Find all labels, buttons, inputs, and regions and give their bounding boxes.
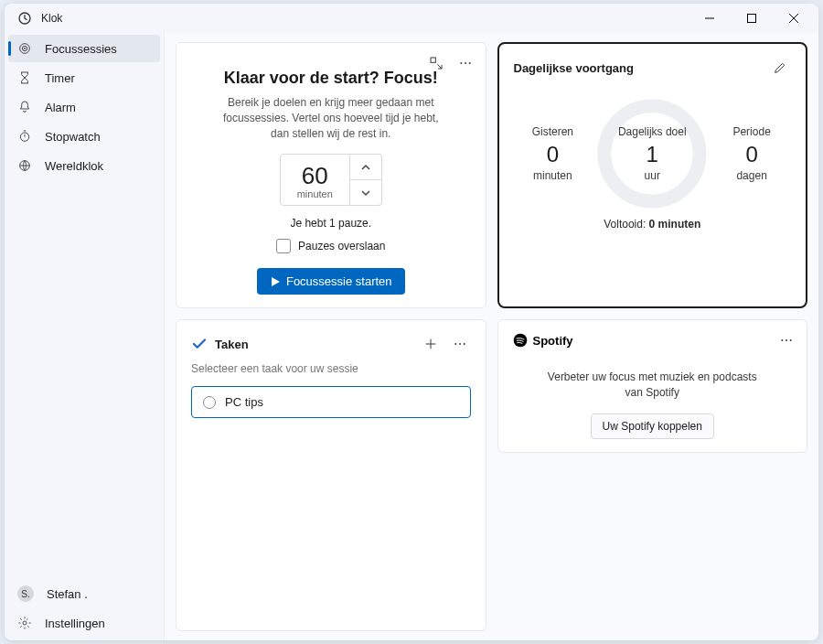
tasks-subtitle: Selecteer een taak voor uw sessie (191, 362, 471, 375)
edit-goal-button[interactable] (769, 57, 791, 79)
nav-focus-sessions[interactable]: Focussessies (8, 35, 160, 62)
minutes-unit: minuten (297, 188, 333, 199)
spotify-description: Verbeter uw focus met muziek en podcasts… (540, 370, 765, 401)
compact-view-button[interactable] (425, 52, 447, 74)
decrement-button[interactable] (350, 180, 381, 206)
window-title: Klok (41, 12, 689, 25)
tasks-card: Taken Selecteer een taak voor uw sessie … (176, 319, 486, 631)
minimize-button[interactable] (689, 4, 731, 33)
app-icon (17, 11, 32, 26)
stat-yesterday: Gisteren 0 minuten (518, 125, 589, 182)
svg-point-15 (790, 339, 792, 341)
svg-rect-8 (431, 58, 435, 62)
add-task-button[interactable] (420, 333, 442, 355)
minutes-spinner[interactable]: 60 minuten (191, 154, 471, 206)
more-options-button[interactable] (454, 52, 476, 74)
gear-icon (17, 616, 32, 630)
daily-progress-card: Dagelijkse voortgang Gisteren 0 minuten (497, 42, 808, 308)
nav-alarm[interactable]: Alarm (8, 93, 160, 121)
close-button[interactable] (773, 4, 815, 33)
tasks-more-button[interactable] (449, 333, 471, 355)
nav-label: Timer (45, 71, 75, 85)
svg-point-19 (463, 343, 465, 345)
focus-subtitle: Bereik je doelen en krijg meer gedaan me… (219, 95, 444, 141)
svg-rect-1 (748, 15, 756, 23)
avatar: S. (17, 585, 34, 602)
nav-label: Stopwatch (45, 130, 101, 144)
nav-settings[interactable]: Instellingen (8, 609, 160, 637)
stopwatch-icon (17, 129, 32, 144)
nav-label: Instellingen (45, 617, 105, 630)
skip-breaks-label: Pauzes overslaan (298, 240, 385, 252)
tasks-title: Taken (215, 338, 249, 351)
start-button-label: Focussessie starten (286, 274, 392, 288)
svg-point-14 (786, 339, 787, 341)
svg-point-18 (459, 343, 461, 345)
target-icon (17, 41, 32, 56)
spotify-card: Spotify Verbeter uw focus met muziek en … (497, 319, 808, 453)
svg-point-4 (24, 48, 26, 49)
spotify-more-button[interactable] (775, 329, 797, 351)
start-focus-button[interactable]: Focussessie starten (257, 268, 405, 295)
content-area: Klaar voor de start? Focus! Bereik je do… (165, 33, 818, 640)
hourglass-icon (17, 70, 32, 85)
pause-info-text: Je hebt 1 pauze. (191, 217, 471, 230)
app-window: Klok Focussessies Timer Alarm (5, 4, 818, 640)
goal-progress-ring: Dagelijks doel 1 uur (595, 97, 709, 210)
task-item[interactable]: PC tips (191, 386, 471, 418)
svg-point-7 (23, 621, 27, 625)
task-complete-radio[interactable] (203, 396, 216, 409)
play-icon (270, 276, 281, 287)
increment-button[interactable] (350, 155, 381, 180)
nav-timer[interactable]: Timer (8, 64, 160, 91)
svg-point-9 (460, 62, 462, 64)
focus-card: Klaar voor de start? Focus! Bereik je do… (176, 42, 486, 308)
link-spotify-button[interactable]: Uw Spotify koppelen (591, 413, 714, 439)
task-label: PC tips (225, 395, 263, 409)
nav-world-clock[interactable]: Wereldklok (8, 152, 160, 179)
bell-icon (17, 100, 32, 114)
nav-stopwatch[interactable]: Stopwatch (8, 123, 160, 150)
skip-breaks-checkbox[interactable] (276, 239, 291, 253)
nav-label: Alarm (45, 101, 76, 114)
progress-title: Dagelijkse voortgang (514, 61, 634, 75)
spotify-brand-label: Spotify (533, 334, 573, 348)
maximize-button[interactable] (731, 4, 773, 33)
globe-icon (17, 158, 32, 173)
todo-icon (191, 336, 208, 352)
nav-label: Focussessies (45, 42, 117, 56)
svg-point-10 (465, 62, 466, 64)
stat-streak: Periode 0 dagen (716, 125, 787, 182)
user-name: Stefan . (47, 587, 88, 601)
spotify-icon (513, 333, 528, 348)
nav-label: Wereldklok (45, 159, 103, 173)
sidebar: Focussessies Timer Alarm Stopwatch Werel… (5, 33, 165, 640)
user-account[interactable]: S. Stefan . (8, 580, 160, 607)
completed-summary: Voltooid: 0 minuten (514, 218, 792, 231)
minutes-value: 60 (302, 162, 328, 190)
svg-point-11 (468, 62, 470, 64)
svg-point-13 (781, 339, 783, 341)
title-bar: Klok (5, 4, 818, 33)
svg-point-17 (454, 343, 456, 345)
